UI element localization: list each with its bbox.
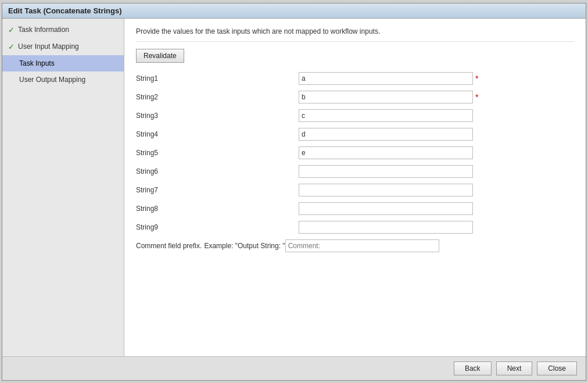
field-input-wrap <box>299 221 473 234</box>
revalidate-button[interactable]: Revalidate <box>136 49 184 63</box>
field-input-string8[interactable] <box>299 202 473 215</box>
sidebar: ✓Task Information✓User Input MappingTask… <box>2 19 124 356</box>
form-row: String2* <box>136 91 574 103</box>
field-label-string9: String9 <box>136 223 299 231</box>
comment-label: Comment field prefix. <box>136 242 202 250</box>
check-icon: ✓ <box>8 42 15 51</box>
form-row: String6 <box>136 165 574 178</box>
sidebar-item-label: Task Inputs <box>19 59 55 67</box>
field-input-wrap <box>299 202 473 215</box>
required-indicator: * <box>475 92 478 102</box>
form-row: String5 <box>136 146 574 159</box>
sidebar-item-user-input-mapping[interactable]: ✓User Input Mapping <box>2 38 124 55</box>
form-row: String8 <box>136 202 574 215</box>
field-input-string5[interactable] <box>299 146 473 159</box>
field-input-string4[interactable] <box>299 128 473 141</box>
field-input-wrap <box>299 165 473 178</box>
field-label-string3: String3 <box>136 112 299 120</box>
field-input-string7[interactable] <box>299 184 473 196</box>
dialog: Edit Task (Concatenate Strings) ✓Task In… <box>2 3 586 381</box>
sidebar-item-task-information[interactable]: ✓Task Information <box>2 22 124 38</box>
field-input-wrap <box>299 146 473 159</box>
field-input-wrap <box>299 128 473 141</box>
sidebar-item-label: Task Information <box>18 26 69 34</box>
field-label-string7: String7 <box>136 186 299 194</box>
form-row: String1* <box>136 72 574 85</box>
dialog-title: Edit Task (Concatenate Strings) <box>2 3 586 19</box>
field-input-string6[interactable] <box>299 165 473 178</box>
field-input-wrap: * <box>299 72 478 85</box>
back-button[interactable]: Back <box>454 361 492 375</box>
instruction-text: Provide the values for the task inputs w… <box>136 27 574 42</box>
field-label-string1: String1 <box>136 74 299 83</box>
sidebar-item-label: User Input Mapping <box>18 42 79 51</box>
form-row: String3 <box>136 109 574 122</box>
field-input-wrap: * <box>299 91 478 103</box>
field-input-wrap <box>299 109 473 122</box>
field-label-string4: String4 <box>136 130 299 138</box>
field-label-string2: String2 <box>136 93 299 101</box>
sidebar-item-task-inputs[interactable]: Task Inputs <box>2 55 124 71</box>
field-input-wrap <box>299 184 473 196</box>
required-indicator: * <box>475 74 478 83</box>
field-label-string8: String8 <box>136 205 299 213</box>
main-panel: Provide the values for the task inputs w… <box>124 19 586 356</box>
field-input-string1[interactable] <box>299 72 473 85</box>
next-button[interactable]: Next <box>496 361 533 375</box>
check-icon: ✓ <box>8 26 15 34</box>
comment-row: Comment field prefix. Example: "Output S… <box>136 239 574 252</box>
sidebar-item-label: User Output Mapping <box>19 76 85 84</box>
field-input-string9[interactable] <box>299 221 473 234</box>
field-label-string5: String5 <box>136 149 299 157</box>
dialog-content: ✓Task Information✓User Input MappingTask… <box>2 19 586 356</box>
sidebar-item-user-output-mapping[interactable]: User Output Mapping <box>2 71 124 88</box>
form-row: String9 <box>136 221 574 234</box>
field-label-string6: String6 <box>136 167 299 176</box>
field-input-string2[interactable] <box>299 91 473 103</box>
fields-container: String1*String2*String3String4String5Str… <box>136 72 574 234</box>
field-input-string3[interactable] <box>299 109 473 122</box>
form-row: String4 <box>136 128 574 141</box>
close-button[interactable]: Close <box>537 361 577 375</box>
form-row: String7 <box>136 184 574 196</box>
footer: Back Next Close <box>2 356 586 380</box>
comment-input[interactable] <box>285 239 439 252</box>
comment-example: Example: "Output String: " <box>204 242 285 250</box>
